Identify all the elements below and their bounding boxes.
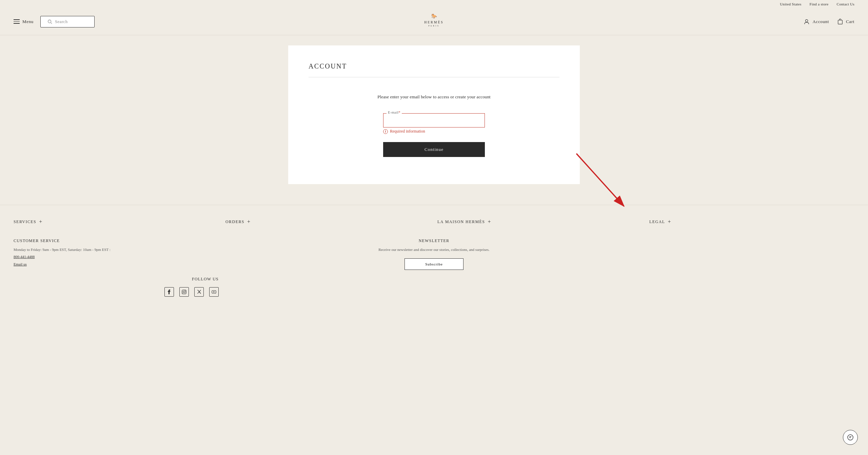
customer-service-hours: Monday to Friday: 9am - 9pm EST, Saturda… <box>14 247 219 253</box>
footer-legal[interactable]: Legal + <box>649 219 854 225</box>
error-icon: i <box>383 129 388 134</box>
svg-point-10 <box>183 291 185 293</box>
footer-top-sections: Services + Orders + La Maison Hermès + L… <box>14 219 854 225</box>
account-form-area: Please enter your email below to access … <box>309 94 559 157</box>
svg-line-8 <box>576 154 624 206</box>
email-wrapper: E-mail* <box>383 113 485 127</box>
svg-text:PARIS: PARIS <box>428 24 439 26</box>
email-us-link[interactable]: Email us <box>14 262 27 266</box>
account-icon <box>804 19 810 25</box>
nav-right: Account Cart <box>574 19 854 25</box>
country-selector[interactable]: United States <box>780 2 801 6</box>
email-input[interactable] <box>383 113 485 127</box>
page-background: Account Please enter your email below to… <box>0 35 868 205</box>
svg-point-5 <box>806 19 808 22</box>
footer: Services + Orders + La Maison Hermès + L… <box>0 205 868 307</box>
footer-bottom: Customer Service Monday to Friday: 9am -… <box>14 238 854 297</box>
account-button[interactable]: Account <box>804 19 829 25</box>
svg-point-14 <box>848 435 853 440</box>
search-placeholder: Search <box>55 19 68 24</box>
customer-service-phone[interactable]: 800-441-4488 <box>14 255 219 259</box>
menu-label: Menu <box>22 19 34 24</box>
instagram-icon[interactable] <box>179 287 189 297</box>
red-arrow-annotation <box>566 143 641 218</box>
newsletter-title: Newsletter <box>419 238 450 243</box>
social-icons <box>164 287 219 297</box>
facebook-icon[interactable] <box>164 287 174 297</box>
hermes-logo-svg: 🐎 HERMÈS PARIS <box>419 11 449 31</box>
account-title: Account <box>309 62 559 70</box>
footer-services[interactable]: Services + <box>14 219 219 225</box>
hermes-logo[interactable]: 🐎 HERMÈS PARIS <box>419 11 449 33</box>
account-card: Account Please enter your email below to… <box>288 45 580 184</box>
account-description: Please enter your email below to access … <box>377 94 491 100</box>
cart-icon <box>837 19 843 25</box>
newsletter-col: Newsletter Receive our newsletter and di… <box>225 238 643 270</box>
search-icon <box>47 19 52 24</box>
footer-orders[interactable]: Orders + <box>225 219 431 225</box>
follow-col: Follow us <box>14 277 219 297</box>
email-field-container: E-mail* i Required information <box>383 113 485 134</box>
find-store-link[interactable]: Find a store <box>810 2 829 6</box>
svg-rect-6 <box>838 20 843 24</box>
nav-left: Menu Search <box>14 16 294 27</box>
contact-us-link[interactable]: Contact Us <box>837 2 855 6</box>
svg-line-1 <box>51 22 52 24</box>
svg-text:HERMÈS: HERMÈS <box>424 20 444 24</box>
menu-button[interactable]: Menu <box>14 19 34 24</box>
main-nav: Menu Search 🐎 HERMÈS PARIS <box>0 8 868 35</box>
x-twitter-icon[interactable] <box>194 287 204 297</box>
error-message: i Required information <box>383 129 485 134</box>
svg-marker-13 <box>214 291 215 293</box>
customer-service-col: Customer Service Monday to Friday: 9am -… <box>14 238 219 267</box>
chat-button[interactable] <box>843 430 858 445</box>
email-label: E-mail* <box>387 110 402 114</box>
account-divider <box>309 77 559 77</box>
nav-center: 🐎 HERMÈS PARIS <box>294 11 574 33</box>
subscribe-button[interactable]: Subscribe <box>405 258 463 270</box>
continue-button[interactable]: Continue <box>383 142 485 157</box>
search-button[interactable]: Search <box>40 16 95 27</box>
follow-us-title: Follow us <box>192 277 219 282</box>
footer-la-maison[interactable]: La Maison Hermès + <box>437 219 643 225</box>
required-marker: * <box>398 110 400 114</box>
svg-point-11 <box>185 290 186 291</box>
chat-icon <box>847 434 854 441</box>
cart-label: Cart <box>846 19 854 24</box>
svg-point-0 <box>48 20 51 23</box>
newsletter-description: Receive our newsletter and discover our … <box>378 247 489 253</box>
svg-text:🐎: 🐎 <box>431 13 437 19</box>
error-text: Required information <box>390 129 425 134</box>
hamburger-icon <box>14 19 20 24</box>
cart-button[interactable]: Cart <box>837 19 854 25</box>
customer-service-title: Customer Service <box>14 238 219 243</box>
youtube-icon[interactable] <box>209 287 219 297</box>
svg-rect-9 <box>182 290 186 294</box>
utility-bar: United States Find a store Contact Us <box>0 0 868 8</box>
account-label: Account <box>812 19 829 24</box>
